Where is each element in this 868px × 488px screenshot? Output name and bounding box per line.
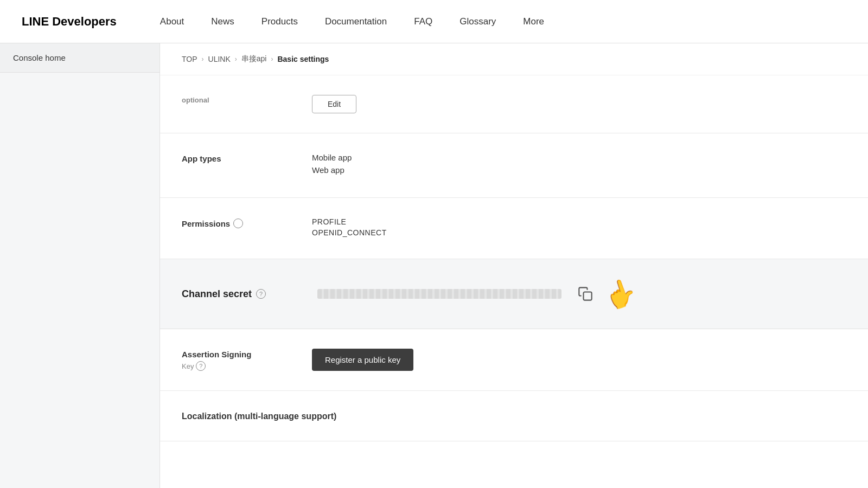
channel-secret-label: Channel secret ? bbox=[182, 288, 301, 300]
permissions-help-icon[interactable] bbox=[233, 219, 243, 228]
header: LINE Developers About News Products Docu… bbox=[0, 0, 868, 43]
edit-button[interactable]: Edit bbox=[312, 95, 356, 113]
app-types-label: App types bbox=[182, 153, 290, 163]
breadcrumb-ulink[interactable]: ULINK bbox=[208, 55, 231, 63]
permission-profile: PROFILE bbox=[312, 217, 846, 226]
breadcrumb-top[interactable]: TOP bbox=[182, 55, 197, 63]
svg-rect-0 bbox=[584, 292, 592, 300]
nav-documentation[interactable]: Documentation bbox=[314, 12, 398, 31]
content-area: optional Edit App types Mobile app Web a… bbox=[160, 75, 868, 441]
optional-label: optional bbox=[182, 95, 290, 108]
sidebar-item-console-home[interactable]: Console home bbox=[0, 43, 159, 73]
assertion-signing-key-label: Assertion Signing Key ? bbox=[182, 349, 290, 371]
app-type-web: Web app bbox=[312, 165, 846, 175]
main-content: TOP › ULINK › 串接api › Basic settings opt… bbox=[160, 43, 868, 488]
hand-pointer-icon: 👆 bbox=[599, 274, 641, 313]
channel-secret-value bbox=[317, 289, 561, 299]
assertion-signing-key-section: Assertion Signing Key ? Register a publi… bbox=[160, 329, 868, 391]
permission-openid: OPENID_CONNECT bbox=[312, 228, 846, 237]
nav-products[interactable]: Products bbox=[251, 12, 309, 31]
optional-text: optional bbox=[182, 96, 209, 104]
permissions-label: Permissions bbox=[182, 217, 290, 228]
assertion-signing-key-content: Register a public key bbox=[312, 349, 846, 371]
breadcrumb-api[interactable]: 串接api bbox=[241, 54, 267, 64]
breadcrumb-current: Basic settings bbox=[277, 55, 329, 63]
breadcrumb-sep-3: › bbox=[271, 55, 273, 63]
nav-about[interactable]: About bbox=[149, 12, 195, 31]
localization-section: Localization (multi-language support) bbox=[160, 391, 868, 441]
app-types-section: App types Mobile app Web app bbox=[160, 133, 868, 198]
permissions-section: Permissions PROFILE OPENID_CONNECT bbox=[160, 198, 868, 259]
nav-faq[interactable]: FAQ bbox=[403, 12, 443, 31]
nav-more[interactable]: More bbox=[512, 12, 555, 31]
nav-news[interactable]: News bbox=[200, 12, 245, 31]
localization-label: Localization (multi-language support) bbox=[182, 410, 336, 421]
page-layout: Console home TOP › ULINK › 串接api › Basic… bbox=[0, 43, 868, 488]
copy-icon[interactable] bbox=[578, 286, 593, 301]
optional-section: optional Edit bbox=[160, 75, 868, 133]
logo: LINE Developers bbox=[22, 15, 117, 29]
assertion-signing-key-help-icon[interactable]: ? bbox=[196, 361, 206, 371]
nav-glossary[interactable]: Glossary bbox=[449, 12, 507, 31]
channel-secret-help-icon[interactable]: ? bbox=[256, 289, 266, 299]
register-public-key-button[interactable]: Register a public key bbox=[312, 349, 413, 371]
permissions-content: PROFILE OPENID_CONNECT bbox=[312, 217, 846, 239]
app-type-mobile: Mobile app bbox=[312, 153, 846, 162]
breadcrumb: TOP › ULINK › 串接api › Basic settings bbox=[160, 43, 868, 75]
optional-content: Edit bbox=[312, 95, 846, 113]
main-nav: About News Products Documentation FAQ Gl… bbox=[149, 12, 555, 31]
breadcrumb-sep-2: › bbox=[235, 55, 237, 63]
channel-secret-section: Channel secret ? 👆 bbox=[160, 259, 868, 329]
sidebar: Console home bbox=[0, 43, 160, 488]
breadcrumb-sep-1: › bbox=[202, 55, 204, 63]
app-types-content: Mobile app Web app bbox=[312, 153, 846, 178]
